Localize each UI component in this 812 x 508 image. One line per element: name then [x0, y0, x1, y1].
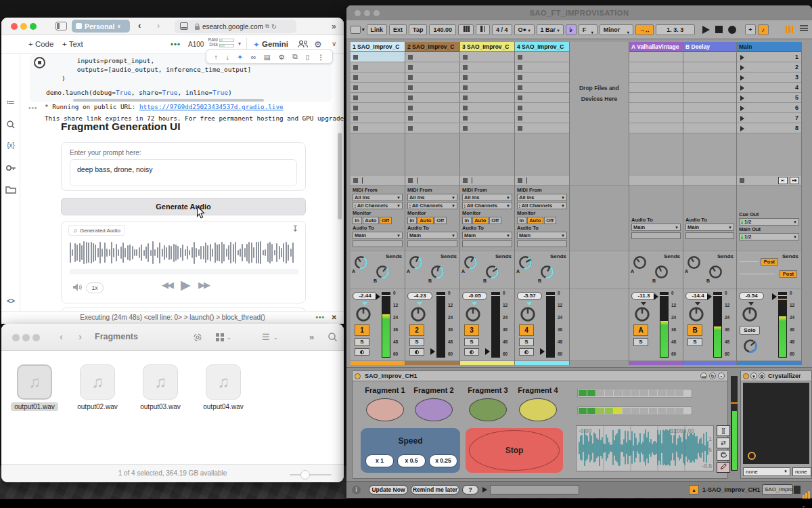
- scene-launch-icon[interactable]: [740, 85, 744, 91]
- clip-slot[interactable]: [351, 103, 405, 113]
- arm-monitor-button[interactable]: [519, 348, 534, 356]
- track-delay-field[interactable]: [407, 240, 457, 247]
- knob[interactable]: [408, 255, 424, 270]
- session-view-icon[interactable]: [785, 24, 794, 35]
- scene-launch-icon[interactable]: [740, 75, 744, 81]
- knob[interactable]: [463, 255, 478, 270]
- back-to-arrangement-icon[interactable]: ▸|: [778, 177, 788, 184]
- knob[interactable]: [409, 305, 427, 323]
- clip-slot[interactable]: [351, 123, 405, 133]
- main-out-select[interactable]: 1/2▼: [739, 233, 799, 240]
- collapse-icon[interactable]: ▾: [750, 373, 757, 379]
- clip-slot[interactable]: [515, 72, 569, 83]
- tab-group-selector[interactable]: Personal∨: [72, 20, 130, 33]
- track-header[interactable]: 4 SAO_Improv_C: [515, 42, 569, 52]
- close-button[interactable]: [12, 334, 20, 341]
- clip-stop-icon[interactable]: [353, 75, 358, 80]
- crystallizer-select[interactable]: none▼: [743, 467, 790, 476]
- clip-slot[interactable]: [351, 72, 405, 83]
- return-slot[interactable]: [683, 103, 736, 113]
- track-delay-field[interactable]: [685, 232, 734, 239]
- clip-stop-icon[interactable]: [518, 96, 522, 100]
- code-line[interactable]: demo.launch(debug=True, share=True, inli…: [46, 89, 232, 96]
- search-icon[interactable]: [1, 120, 20, 129]
- clip-stop-icon[interactable]: [518, 65, 522, 70]
- midi-channel-select[interactable]: ¦All Channels▼: [353, 202, 403, 209]
- track-activator[interactable]: 1: [355, 324, 369, 336]
- audio-file-icon[interactable]: ♫: [206, 364, 241, 400]
- back-button[interactable]: ‹: [138, 20, 141, 30]
- clip-stop-icon[interactable]: [353, 106, 358, 110]
- empty-clip-area[interactable]: [351, 133, 405, 175]
- tempo-field[interactable]: 140.00: [429, 24, 456, 35]
- translate-icon[interactable]: ⧉: [265, 23, 269, 30]
- clip-slot[interactable]: [515, 123, 569, 133]
- scene-launch-icon[interactable]: [740, 126, 744, 131]
- forward-button[interactable]: ›: [78, 331, 82, 342]
- audio-file-icon[interactable]: ♫: [143, 364, 178, 400]
- volume-value[interactable]: -5.57: [517, 292, 542, 300]
- draw-tool-button[interactable]: [717, 462, 730, 473]
- update-now-button[interactable]: Update Now: [369, 485, 408, 494]
- device-refresh-icon[interactable]: ↻: [709, 373, 716, 379]
- cpu-meter-icon[interactable]: ▾: [803, 486, 812, 508]
- remind-later-button[interactable]: Remind me later: [411, 485, 459, 494]
- clip-slot[interactable]: [351, 83, 405, 93]
- audio-to-select[interactable]: Main▼: [353, 232, 403, 239]
- icon-size-slider[interactable]: [290, 474, 332, 476]
- empty-clip-area[interactable]: [683, 133, 736, 175]
- clip-stop-icon[interactable]: [408, 116, 413, 121]
- expand-icon[interactable]: [482, 487, 487, 492]
- code-snippets-icon[interactable]: <>: [1, 297, 20, 305]
- knob[interactable]: [633, 305, 651, 323]
- track-activator[interactable]: B: [687, 324, 702, 336]
- knob[interactable]: [464, 305, 482, 323]
- solo-button[interactable]: S: [519, 338, 534, 346]
- gemini-cell-icon[interactable]: ✦: [237, 53, 243, 61]
- monitor-auto-button[interactable]: Auto: [363, 217, 379, 224]
- close-button[interactable]: [11, 23, 18, 30]
- arrangement-view-icon[interactable]: [800, 24, 808, 35]
- knob[interactable]: [519, 305, 537, 323]
- monitor-auto-button[interactable]: Auto: [472, 217, 489, 224]
- solo-button[interactable]: S: [687, 338, 702, 346]
- quantize-menu-icon[interactable]: O● ▾: [514, 24, 535, 35]
- view-selector-icon[interactable]: ▾: [351, 24, 365, 35]
- audio-to-select[interactable]: Main▼: [631, 224, 681, 231]
- clip-slot[interactable]: [460, 113, 514, 123]
- generate-audio-button[interactable]: Generate Audio: [61, 198, 306, 215]
- clip-slot[interactable]: [351, 93, 405, 103]
- clip-stop-icon[interactable]: [463, 116, 468, 121]
- volume-value[interactable]: -2.44: [353, 292, 378, 300]
- clip-stop-icon[interactable]: [518, 55, 522, 60]
- return-slot[interactable]: [629, 62, 683, 72]
- clip-stop-icon[interactable]: [353, 126, 358, 131]
- clip-stop-icon[interactable]: [463, 65, 468, 70]
- pan-knob[interactable]: [464, 305, 482, 326]
- clip-stop-icon[interactable]: [353, 55, 358, 60]
- send-b-knob[interactable]: B: [654, 264, 669, 282]
- clip-slot[interactable]: [351, 113, 405, 123]
- zoom-button[interactable]: [374, 10, 380, 16]
- metronome-beats-icon[interactable]: [476, 24, 490, 35]
- fragment-button[interactable]: [415, 398, 453, 421]
- close-button[interactable]: [355, 10, 361, 16]
- clip-slot[interactable]: [405, 52, 459, 62]
- return-slot[interactable]: [683, 93, 736, 103]
- track-activator[interactable]: 3: [464, 324, 479, 336]
- clip-stop-icon[interactable]: [408, 126, 413, 131]
- midi-channel-select[interactable]: ¦All Channels▼: [517, 202, 567, 209]
- hand-tool-button[interactable]: [717, 450, 730, 461]
- code-line[interactable]: outputs=[audio_output, inference_time_ou…: [46, 66, 251, 73]
- midi-channel-select[interactable]: ¦All Channels▼: [462, 202, 512, 209]
- send-b-knob[interactable]: B: [539, 264, 555, 282]
- file-name[interactable]: output04.wav: [200, 402, 247, 411]
- overdub-button[interactable]: +: [745, 24, 756, 35]
- return-slot[interactable]: [629, 52, 683, 62]
- monitor-in-button[interactable]: In: [462, 217, 472, 224]
- knob[interactable]: [708, 264, 723, 280]
- clip-stop-icon[interactable]: [353, 85, 358, 90]
- code-line[interactable]: ): [46, 75, 66, 82]
- scene-launch-icon[interactable]: [740, 116, 744, 121]
- knob[interactable]: [654, 264, 669, 280]
